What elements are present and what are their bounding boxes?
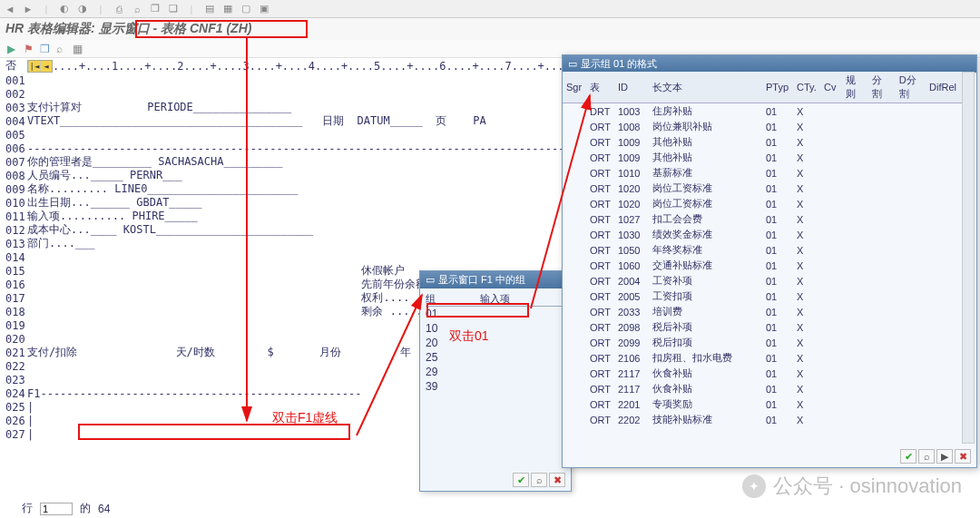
line-number: 014 [0,251,27,264]
table-row[interactable]: ORT2099税后扣项01X [563,335,962,350]
layout2-icon[interactable]: ▦ [221,3,234,15]
table-row[interactable]: ORT2117伙食补贴01X [563,366,962,381]
group-item[interactable]: 20 [426,336,565,350]
table-header[interactable]: 规则 [842,72,868,103]
toolbar-back-icon[interactable]: ◄ [4,3,16,15]
win-icon[interactable]: ▢ [240,3,252,15]
table-cell [896,273,926,288]
table-header[interactable]: D分割 [896,72,926,103]
next-icon[interactable]: ▶ [936,449,953,464]
print-icon[interactable]: ⎙ [113,3,125,15]
line-text: 剩余 ..... [27,304,423,319]
ok-icon[interactable]: ✔ [900,449,916,464]
table-row[interactable]: ORT1010基薪标准01X [563,165,962,181]
table-row[interactable]: ORT1027扣工会会费01X [563,211,962,227]
table-cell: 01 [762,165,793,181]
table-row[interactable]: ORT1030绩效奖金标准01X [563,227,962,242]
table-header[interactable]: 长文本 [649,72,762,103]
table-cell [896,288,926,304]
table-row[interactable]: ORT1009其他补贴01X [563,134,962,150]
ruler-prev-icon[interactable]: ◄ [40,61,52,72]
table-cell: 01 [762,412,793,427]
table-row[interactable]: ORT1060交通补贴标准01X [563,258,962,273]
vertical-scrollbar[interactable] [962,72,975,444]
flag-icon[interactable]: ⚑ [24,43,36,55]
globe-icon[interactable]: ◐ [58,3,71,15]
table-cell [820,396,842,412]
table-row[interactable]: ORT1050年终奖标准01X [563,242,962,258]
table-cell: 01 [762,258,793,273]
table-header[interactable]: PTyp [762,72,793,103]
table-cell: 税后扣项 [649,335,762,350]
status-row-input[interactable] [40,503,73,515]
search-icon[interactable]: ⌕ [918,449,935,464]
table-cell [563,381,586,396]
layout-icon[interactable]: ▤ [203,3,216,15]
table-header[interactable]: Cv [820,72,842,103]
toolbar-forward-icon[interactable]: ► [22,3,34,15]
table-cell: 01 [762,181,793,196]
table-cell: 工资补项 [649,273,762,288]
search-icon[interactable]: ⌕ [531,473,547,487]
separator: | [40,3,53,15]
table-header[interactable]: DifRel [926,72,962,103]
table-cell: X [793,412,820,427]
close-icon[interactable]: ✖ [549,473,565,487]
table-cell: 伙食补贴 [649,381,762,396]
table-header[interactable]: ID [614,72,649,103]
group-item[interactable]: 25 [426,350,565,365]
table-row[interactable]: ORT2004工资补项01X [563,273,962,288]
table-header[interactable]: 表 [586,72,614,103]
line-number: 003 [0,102,27,114]
group-item[interactable]: 29 [426,365,565,379]
table-cell [896,396,926,412]
table-cell [926,273,962,288]
table-row[interactable]: ORT2201专项奖励01X [563,396,962,412]
table-cell [820,134,842,150]
table-header[interactable]: CTy. [793,72,820,103]
status-row-label: 行 [22,501,33,516]
table-cell: ORT [586,242,614,258]
group-item[interactable]: 01 [426,307,565,321]
ruler-first-icon[interactable]: |◄ [28,61,40,72]
table-row[interactable]: DRT1003住房补贴01X [563,103,962,120]
table-row[interactable]: ORT2033培训费01X [563,304,962,319]
table-cell: 税后补项 [649,319,762,335]
line-number: 002 [0,88,27,101]
grid-icon[interactable]: ▦ [73,43,85,55]
page-icon[interactable]: ❐ [40,43,53,55]
globe2-icon[interactable]: ◑ [76,3,89,15]
table-row[interactable]: ORT2202技能补贴标准01X [563,412,962,427]
table-cell [563,103,586,120]
table-header[interactable]: 分割 [868,72,895,103]
table-cell: 1050 [614,242,649,258]
group-item[interactable]: 39 [426,379,565,394]
ok-icon[interactable]: ✔ [513,473,529,487]
search-icon[interactable]: ⌕ [56,43,69,55]
table-cell: 其他补贴 [649,150,762,165]
line-number: 009 [0,183,27,196]
table-cell [820,103,842,120]
status-bar: 行 的 64 [0,501,110,516]
group-item[interactable]: 10 [426,321,565,336]
table-header[interactable]: Sgr [563,72,586,103]
run-icon[interactable]: ▶ [7,43,20,55]
table-row[interactable]: ORT1008岗位兼职补贴01X [563,119,962,134]
status-total: 64 [98,503,110,515]
win2-icon[interactable]: ▣ [258,3,270,15]
table-row[interactable]: ORT1009其他补贴01X [563,150,962,165]
table-cell: X [793,227,820,242]
table-row[interactable]: ORT2106扣房租、扣水电费01X [563,350,962,366]
find-icon[interactable]: ⌕ [131,3,143,15]
ruler-nav[interactable]: |◄ ◄ [27,60,53,73]
table-row[interactable]: ORT2117伙食补贴01X [563,381,962,396]
doc-icon[interactable]: ❐ [149,3,162,15]
table-row[interactable]: ORT1020岗位工资标准01X [563,181,962,196]
doc2-icon[interactable]: ❏ [167,3,180,15]
table-row[interactable]: ORT2098税后补项01X [563,319,962,335]
table-row[interactable]: ORT2005工资扣项01X [563,288,962,304]
table-cell [842,319,868,335]
table-row[interactable]: ORT1020岗位工资标准01X [563,196,962,211]
close-icon[interactable]: ✖ [955,449,971,464]
format-table[interactable]: Sgr表ID长文本PTypCTy.Cv规则分割D分割DifRel DRT1003… [563,72,962,427]
